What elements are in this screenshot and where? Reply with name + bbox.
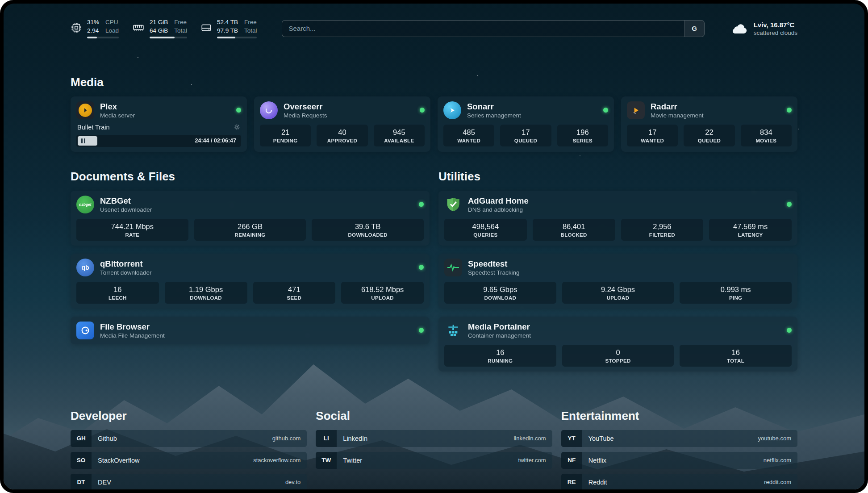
bookmark-linkedin[interactable]: LI LinkedIn linkedin.com — [316, 430, 552, 447]
service-link-overseerr[interactable]: Overseerr Media Requests — [260, 101, 425, 119]
stat-label: RATE — [78, 232, 187, 238]
stat-label: REMAINING — [196, 232, 305, 238]
service-name: Media Portainer — [468, 322, 531, 331]
search-engine-button[interactable]: G — [684, 21, 704, 37]
stat-value: 2,956 — [623, 222, 702, 231]
stat-value: 16 — [446, 348, 555, 357]
service-link-qbittorrent[interactable]: qb qBittorrent Torrent downloader — [76, 259, 424, 276]
bookmark-url: netflix.com — [764, 457, 791, 464]
search-bar: G — [282, 20, 704, 37]
bookmark-netflix[interactable]: NF Netflix netflix.com — [561, 452, 797, 469]
stat-stopped: 0 STOPPED — [562, 345, 674, 367]
stat-value: 744.21 Mbps — [78, 222, 187, 231]
status-dot-online — [787, 328, 792, 333]
stat-value: 266 GB — [196, 222, 305, 231]
wallpaper: 31% 2.94 CPU Load — [4, 4, 864, 489]
stat-filtered: 2,956 FILTERED — [621, 219, 704, 241]
netflix-icon: NF — [561, 452, 582, 469]
disk-total-label: Total — [244, 27, 257, 35]
playback-time: 24:44 / 02:06:47 — [195, 138, 236, 144]
stat-download: 9.65 Gbps DOWNLOAD — [444, 282, 556, 304]
search-input[interactable] — [282, 21, 684, 37]
bookmark-stackoverflow[interactable]: SO StackOverflow stackoverflow.com — [71, 452, 307, 469]
filebrowser-icon — [76, 322, 94, 339]
service-link-nzbget[interactable]: nzbget NZBGet Usenet downloader — [76, 196, 424, 213]
service-link-plex[interactable]: Plex Media server — [76, 101, 241, 119]
service-subtitle: Media Requests — [284, 112, 327, 119]
service-subtitle: Usenet downloader — [100, 206, 152, 213]
stat-series: 196 SERIES — [557, 125, 608, 146]
sonarr-icon — [443, 101, 461, 119]
service-name: qBittorrent — [100, 259, 152, 268]
memory-free-label: Free — [174, 19, 187, 26]
pause-icon[interactable] — [81, 135, 85, 147]
memory-total-label: Total — [174, 27, 187, 35]
service-link-radarr[interactable]: Radarr Movie management — [627, 101, 792, 119]
stat-label: RUNNING — [446, 358, 555, 363]
stat-pending: 21 PENDING — [260, 125, 311, 146]
stat-label: SERIES — [559, 138, 606, 143]
playback-progress-bar[interactable]: 24:44 / 02:06:47 — [76, 135, 241, 147]
service-link-filebrowser[interactable]: File Browser Media File Management — [76, 322, 424, 339]
service-card-adguard: AdGuard Home DNS and adblocking 498,564 … — [438, 191, 797, 246]
bookmark-name: DEV — [98, 479, 111, 486]
bookmark-twitter[interactable]: TW Twitter twitter.com — [316, 452, 552, 469]
service-subtitle: DNS and adblocking — [468, 206, 529, 213]
bookmark-github[interactable]: GH Github github.com — [71, 430, 307, 447]
plex-icon — [76, 101, 94, 119]
bookmark-youtube[interactable]: YT YouTube youtube.com — [561, 430, 797, 447]
service-link-speedtest[interactable]: Speedtest Speedtest Tracking — [444, 259, 792, 276]
service-card-radarr: Radarr Movie management 17 WANTED 2 — [621, 96, 797, 152]
stat-label: APPROVED — [318, 138, 366, 143]
section-social: Social LI LinkedIn linkedin.com TW Twitt… — [316, 409, 552, 489]
cpu-widget: 31% 2.94 CPU Load — [71, 19, 119, 38]
service-card-speedtest: Speedtest Speedtest Tracking 9.65 Gbps D… — [438, 254, 797, 309]
stat-value: 86,401 — [534, 222, 613, 231]
service-link-sonarr[interactable]: Sonarr Series management — [443, 101, 608, 119]
stat-label: PENDING — [262, 138, 309, 143]
section-entertainment: Entertainment YT YouTube youtube.com NF … — [561, 409, 797, 489]
stat-value: 498,564 — [446, 222, 525, 231]
gear-icon[interactable] — [234, 124, 240, 130]
service-subtitle: Container management — [468, 332, 531, 339]
stat-latency: 47.569 ms LATENCY — [709, 219, 792, 241]
section-title-utilities: Utilities — [438, 170, 797, 184]
service-link-portainer[interactable]: Media Portainer Container management — [444, 322, 792, 339]
service-subtitle: Torrent downloader — [100, 269, 152, 276]
service-card-plex: Plex Media server Bullet Train — [71, 96, 247, 152]
stat-leech: 16 LEECH — [76, 282, 159, 304]
status-dot-online — [787, 202, 792, 207]
service-subtitle: Media File Management — [100, 332, 165, 339]
service-card-sonarr: Sonarr Series management 485 WANTED — [438, 96, 614, 152]
status-dot-online — [603, 108, 608, 113]
stat-rate: 744.21 Mbps RATE — [76, 219, 188, 241]
speedtest-icon — [444, 259, 462, 276]
cpu-usage-bar — [87, 37, 119, 38]
memory-usage-bar — [150, 37, 187, 38]
service-card-portainer: Media Portainer Container management 16 … — [438, 317, 797, 372]
section-title-social: Social — [316, 409, 552, 423]
service-link-adguard[interactable]: AdGuard Home DNS and adblocking — [444, 196, 792, 213]
stat-value: 22 — [685, 128, 733, 137]
service-card-overseerr: Overseerr Media Requests 21 PENDING — [254, 96, 430, 152]
qbittorrent-icon: qb — [76, 259, 94, 276]
bookmark-url: linkedin.com — [513, 435, 546, 442]
status-dot-online — [236, 108, 241, 113]
playback-progress-fill — [78, 136, 97, 146]
stat-value: 39.6 TB — [313, 222, 422, 231]
stat-blocked: 86,401 BLOCKED — [533, 219, 615, 241]
linkedin-icon: LI — [316, 430, 337, 447]
bookmark-reddit[interactable]: RE Reddit reddit.com — [561, 474, 797, 489]
stat-label: LATENCY — [711, 232, 790, 238]
adguard-icon — [444, 196, 462, 213]
stat-available: 945 AVAILABLE — [374, 125, 425, 146]
stat-label: BLOCKED — [534, 232, 613, 238]
status-dot-online — [419, 202, 424, 207]
status-dot-online — [420, 108, 425, 113]
service-name: NZBGet — [100, 196, 152, 205]
header-divider — [71, 52, 797, 52]
stat-label: AVAILABLE — [376, 138, 423, 143]
bookmark-name: StackOverflow — [98, 457, 139, 464]
bookmark-dev[interactable]: DT DEV dev.to — [71, 474, 307, 489]
stat-total: 16 TOTAL — [680, 345, 792, 367]
